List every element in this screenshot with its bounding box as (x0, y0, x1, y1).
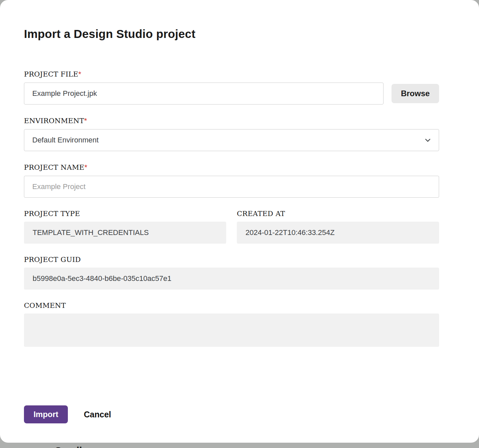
environment-label: ENVIRONMENT* (24, 116, 439, 125)
browse-button[interactable]: Browse (392, 84, 439, 103)
project-type-value: TEMPLATE_WITH_CREDENTIALS (24, 222, 226, 244)
project-name-input[interactable] (24, 176, 439, 198)
required-asterisk: * (84, 163, 87, 171)
required-asterisk: * (84, 116, 87, 125)
project-file-label-text: PROJECT FILE (24, 70, 78, 78)
created-at-value: 2024-01-22T10:46:33.254Z (237, 222, 439, 244)
comment-field: COMMENT (24, 302, 439, 348)
created-at-label: CREATED AT (237, 210, 439, 218)
background-page-text: Sandbox (55, 445, 97, 448)
comment-textarea (24, 314, 439, 347)
project-type-field: PROJECT TYPE TEMPLATE_WITH_CREDENTIALS (24, 210, 226, 244)
project-file-label: PROJECT FILE* (24, 70, 439, 79)
dialog-actions: Import Cancel (24, 405, 439, 423)
project-name-label: PROJECT NAME* (24, 163, 439, 172)
created-at-field: CREATED AT 2024-01-22T10:46:33.254Z (237, 210, 439, 244)
environment-label-text: ENVIRONMENT (24, 117, 84, 125)
type-created-row: PROJECT TYPE TEMPLATE_WITH_CREDENTIALS C… (24, 210, 439, 244)
import-project-dialog: Import a Design Studio project PROJECT F… (0, 0, 479, 443)
environment-selected-value: Default Environment (32, 136, 98, 144)
environment-select[interactable]: Default Environment (24, 129, 439, 151)
project-guid-field: PROJECT GUID b5998e0a-5ec3-4840-b6be-035… (24, 256, 439, 290)
project-file-field: PROJECT FILE* Browse (24, 70, 439, 105)
environment-field: ENVIRONMENT* Default Environment (24, 116, 439, 151)
project-guid-value: b5998e0a-5ec3-4840-b6be-035c10ac57e1 (24, 268, 439, 290)
page-title: Import a Design Studio project (24, 27, 439, 41)
project-name-label-text: PROJECT NAME (24, 163, 84, 171)
import-button[interactable]: Import (24, 405, 68, 423)
required-asterisk: * (78, 70, 81, 78)
dialog-content: Import a Design Studio project PROJECT F… (0, 0, 479, 423)
cancel-button[interactable]: Cancel (84, 410, 111, 419)
comment-label: COMMENT (24, 302, 439, 310)
project-file-input[interactable] (24, 83, 384, 105)
project-name-field: PROJECT NAME* (24, 163, 439, 198)
chevron-down-icon (424, 136, 431, 144)
project-type-label: PROJECT TYPE (24, 210, 226, 218)
project-guid-label: PROJECT GUID (24, 256, 439, 264)
